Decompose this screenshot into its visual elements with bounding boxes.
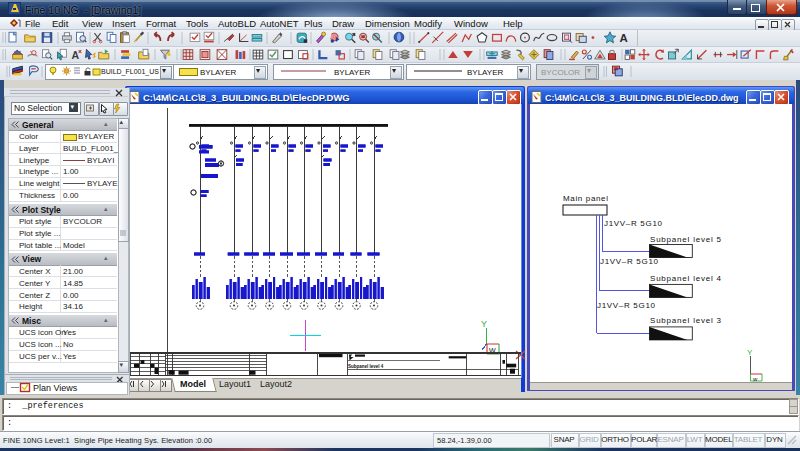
svg-text:A: A bbox=[72, 49, 80, 61]
svg-text:w: w bbox=[752, 376, 758, 382]
svg-text:Subpanel level 3: Subpanel level 3 bbox=[650, 316, 722, 325]
svg-text:Main panel: Main panel bbox=[563, 194, 608, 203]
svg-text:A: A bbox=[620, 32, 628, 44]
svg-text:Subpanel level 4: Subpanel level 4 bbox=[348, 364, 384, 369]
svg-text:J1VV–R 5G10: J1VV–R 5G10 bbox=[600, 257, 659, 266]
svg-text:J1VV–R 5G10: J1VV–R 5G10 bbox=[597, 301, 656, 310]
svg-text:Subpanel level 5: Subpanel level 5 bbox=[650, 235, 722, 244]
svg-text:J1VV–R 5G10: J1VV–R 5G10 bbox=[604, 219, 663, 228]
svg-text:Y: Y bbox=[481, 319, 487, 329]
svg-text:Subpanel level 4: Subpanel level 4 bbox=[650, 274, 722, 283]
svg-text:Y: Y bbox=[747, 348, 753, 357]
